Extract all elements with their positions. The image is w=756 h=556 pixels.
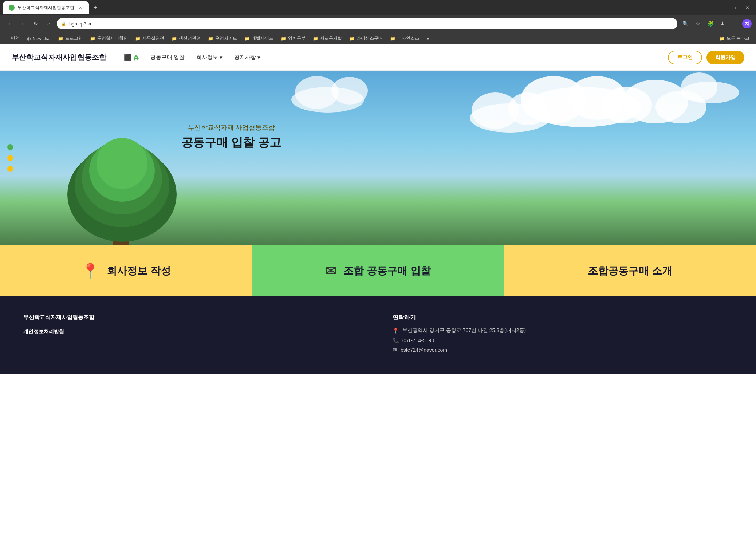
profile-avatar[interactable]: 지 [742, 19, 752, 28]
folder-icon-8: 📁 [313, 36, 318, 41]
address-icon: 📍 [393, 328, 399, 334]
url-bar[interactable]: 🔒 bgb.ep3.kr [57, 18, 677, 29]
signup-button[interactable]: 회원가입 [706, 51, 744, 64]
dot-1[interactable] [7, 144, 13, 150]
folder-icon-6: 📁 [244, 36, 250, 41]
new-chat-icon: ◎ [27, 36, 31, 41]
cta-section: 📍 회사정보 작성 ✉ 조합 공동구매 입찰 조합공동구매 소개 [0, 245, 756, 296]
bookmark-productivity[interactable]: 📁 생산성관련 [169, 34, 204, 43]
svg-point-13 [331, 77, 368, 105]
bookmark-design[interactable]: 📁 디자인소스 [387, 34, 422, 43]
bookmark-star-button[interactable]: ☆ [693, 19, 703, 29]
svg-point-19 [97, 138, 147, 189]
privacy-link[interactable]: 개인정보처리방침 [23, 328, 64, 334]
footer-right: 연락하기 📍 부산광역시 강서구 공항로 767번 나길 25,3층(대저2동)… [393, 314, 733, 356]
dropdown-arrow-icon: ▾ [220, 54, 223, 61]
phone-icon: 📞 [393, 338, 399, 343]
svg-point-10 [681, 72, 717, 102]
footer-email: ✉ bsfc714@naver.com [393, 347, 733, 353]
dropdown-arrow-icon-2: ▾ [257, 54, 260, 61]
tree-decoration [55, 122, 193, 245]
folder-icon-9: 📁 [349, 36, 355, 41]
all-bookmarks-button[interactable]: 📁 모든 북마크 [716, 34, 752, 43]
folder-icon-5: 📁 [208, 36, 213, 41]
folder-icon-10: 📁 [390, 36, 395, 41]
bookmark-new-chat[interactable]: ◎ New chat [24, 35, 54, 42]
bookmark-english[interactable]: 📁 영어공부 [278, 34, 308, 43]
bookmark-server-check[interactable]: 📁 운영웹서버확인 [87, 34, 131, 43]
nav-home[interactable]: ⬛ 홈 [124, 54, 139, 62]
footer-org-name: 부산학교식자재사업협동조합 [23, 314, 363, 321]
refresh-button[interactable]: ↻ [31, 19, 41, 29]
lock-icon: 🔒 [61, 21, 66, 26]
folder-icon-4: 📁 [172, 36, 177, 41]
hero-subtitle: 부산학교식자재 사업협동조합 [181, 123, 281, 132]
nav-purchase[interactable]: 공동구매 입찰 [150, 54, 185, 61]
dot-3[interactable] [7, 166, 13, 172]
location-icon: 📍 [81, 263, 99, 280]
new-tab-button[interactable]: + [90, 3, 101, 13]
bookmarks-icon: 📁 [719, 36, 725, 41]
cta-purchase-bid[interactable]: ✉ 조합 공동구매 입찰 [252, 245, 504, 296]
maximize-button[interactable]: □ [728, 3, 740, 12]
folder-icon-3: 📁 [135, 36, 141, 41]
bookmark-more-button[interactable]: » [424, 35, 431, 42]
translate-icon: T [7, 36, 9, 41]
hero-text-block: 부산학교식자재 사업협동조합 공동구매 입찰 공고 [181, 123, 281, 151]
search-icon-button[interactable]: 🔍 [680, 19, 690, 29]
bookmark-newdev[interactable]: 📁 새로운개발 [310, 34, 345, 43]
site-logo: 부산학교식자재사업협동조합 [12, 52, 106, 62]
footer-contact-title: 연락하기 [393, 314, 733, 322]
tab-title: 부산학교식자재사업협동조합 [17, 5, 74, 11]
close-button[interactable]: ✕ [741, 3, 753, 12]
bookmark-license[interactable]: 📁 라이센스구매 [346, 34, 386, 43]
folder-icon: 📁 [58, 36, 63, 41]
footer-phone: 📞 051-714-5590 [393, 338, 733, 343]
mail-icon: ✉ [325, 263, 336, 279]
site-header: 부산학교식자재사업협동조합 ⬛ 홈 공동구매 입찰 회사정보 ▾ 공지사항 ▾ … [0, 44, 756, 71]
tab[interactable]: 부산학교식자재사업협동조합 ✕ [3, 1, 89, 14]
folder-icon-7: 📁 [281, 36, 286, 41]
url-text: bgb.ep3.kr [69, 21, 673, 27]
menu-button[interactable]: ⋮ [730, 19, 740, 29]
svg-point-8 [508, 92, 548, 125]
download-button[interactable]: ⬇ [717, 19, 728, 29]
email-icon: ✉ [393, 347, 397, 353]
minimize-button[interactable]: — [715, 3, 727, 12]
hero-dots [7, 144, 13, 172]
site-nav: ⬛ 홈 공동구매 입찰 회사정보 ▾ 공지사항 ▾ [124, 54, 668, 62]
forward-button[interactable]: › [17, 19, 28, 29]
bookmark-translate[interactable]: T 번역 [4, 34, 23, 43]
nav-notice[interactable]: 공지사항 ▾ [234, 54, 260, 61]
bookmark-devsite[interactable]: 📁 개발사이트 [241, 34, 276, 43]
dot-2[interactable] [7, 155, 13, 161]
bookmark-program[interactable]: 📁 프로그램 [55, 34, 86, 43]
back-button[interactable]: ‹ [4, 19, 15, 29]
nav-company[interactable]: 회사정보 ▾ [196, 54, 223, 61]
bookmark-office[interactable]: 📁 사무실관련 [132, 34, 167, 43]
hero-title: 공동구매 입찰 공고 [181, 135, 281, 151]
tab-close-button[interactable]: ✕ [77, 5, 83, 11]
home-nav-icon: ⬛ [124, 54, 132, 61]
bookmark-opsite[interactable]: 📁 운영사이트 [205, 34, 240, 43]
home-button[interactable]: ⌂ [44, 19, 54, 29]
hero-section: 부산학교식자재 사업협동조합 공동구매 입찰 공고 [0, 71, 756, 245]
footer-address: 📍 부산광역시 강서구 공항로 767번 나길 25,3층(대저2동) [393, 327, 733, 334]
site-footer: 부산학교식자재사업협동조합 개인정보처리방침 연락하기 📍 부산광역시 강서구 … [0, 296, 756, 374]
cta-purchase-intro[interactable]: 조합공동구매 소개 [504, 245, 756, 296]
cta-company-info[interactable]: 📍 회사정보 작성 [0, 245, 252, 296]
folder-icon-2: 📁 [90, 36, 95, 41]
extension-button[interactable]: 🧩 [705, 19, 715, 29]
footer-left: 부산학교식자재사업협동조합 개인정보처리방침 [23, 314, 363, 356]
tab-favicon [9, 5, 15, 11]
login-button[interactable]: 로그인 [668, 51, 702, 64]
